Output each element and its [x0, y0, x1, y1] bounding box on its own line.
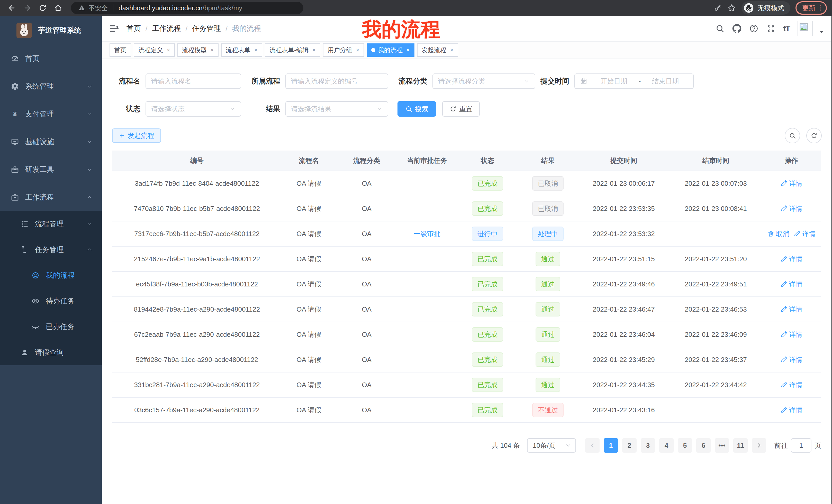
avatar-caret-icon[interactable] [818, 29, 825, 35]
parent-process-placeholder: 请输入流程定义的编号 [291, 77, 383, 86]
page-button-5[interactable]: 5 [678, 438, 692, 453]
fullscreen-button[interactable] [766, 24, 775, 33]
detail-link[interactable]: 详情 [780, 305, 802, 314]
submit-time-cell: 2022-01-22 23:43:16 [577, 406, 670, 414]
create-process-button[interactable]: 发起流程 [112, 129, 161, 143]
page-button-4[interactable]: 4 [659, 438, 674, 453]
browser-reload-button[interactable] [36, 1, 49, 15]
tab-home[interactable]: 首页 [109, 44, 131, 57]
detail-link[interactable]: 详情 [780, 355, 802, 364]
submit-time-label: 提交时间 [541, 76, 569, 86]
status-badge: 已完成 [472, 252, 503, 266]
breadcrumb-item[interactable]: 首页 [127, 24, 141, 33]
tab-my-process[interactable]: 我的流程× [367, 44, 414, 57]
sidebar-item-workflow[interactable]: 工作流程 [0, 184, 102, 211]
refresh-table-button[interactable] [806, 128, 822, 143]
sidebar-item-system[interactable]: 系统管理 [0, 73, 102, 100]
browser-update-button[interactable]: 更新 [796, 1, 827, 15]
process-name-placeholder: 请输入流程名 [151, 77, 235, 86]
end-time-cell: 2022-01-22 23:46:53 [670, 305, 761, 313]
password-key-icon[interactable] [714, 4, 722, 12]
url-text: dashboard.yudao.iocoder.cn/bpm/task/my [119, 4, 242, 12]
sidebar-item-task-mgmt[interactable]: 任务管理 [0, 237, 102, 262]
toggle-search-button[interactable] [785, 128, 800, 143]
sidebar-item-home[interactable]: 首页 [0, 45, 102, 73]
close-icon[interactable]: × [450, 47, 453, 54]
browser-home-button[interactable] [51, 1, 65, 15]
sidebar-item-label: 支付管理 [25, 109, 54, 119]
detail-link[interactable]: 详情 [780, 255, 802, 263]
category-select[interactable]: 请选择流程分类 [433, 74, 535, 89]
sidebar-item-todo-tasks[interactable]: 待办任务 [0, 288, 102, 314]
tab-process-form[interactable]: 流程表单× [221, 44, 262, 57]
page-button-6[interactable]: 6 [696, 438, 711, 453]
page-button-11[interactable]: 11 [733, 438, 748, 453]
sidebar-item-payment[interactable]: ¥支付管理 [0, 100, 102, 128]
current-task-link[interactable]: 一级审批 [414, 229, 440, 239]
help-button[interactable] [749, 24, 758, 33]
detail-link[interactable]: 详情 [794, 229, 815, 239]
sidebar-item-my-process[interactable]: 我的流程 [0, 262, 102, 288]
result-select[interactable]: 请选择流结果 [285, 101, 388, 117]
avatar[interactable] [798, 21, 813, 36]
detail-link[interactable]: 详情 [780, 330, 802, 339]
detail-link[interactable]: 详情 [780, 204, 802, 213]
id-cell: 819442e8-7b9a-11ec-a290-acde48001122 [112, 305, 282, 313]
cancel-link[interactable]: 取消 [767, 229, 789, 239]
process-name-input[interactable]: 请输入流程名 [146, 74, 241, 89]
chevron-down-icon [376, 106, 383, 112]
detail-link[interactable]: 详情 [780, 280, 802, 289]
app-logo-row[interactable]: 芋道管理系统 [0, 16, 102, 45]
edit-icon [780, 281, 787, 288]
sidebar: 芋道管理系统 首页系统管理¥支付管理基础设施研发工具工作流程流程管理任务管理我的… [0, 16, 102, 504]
sidebar-item-process-mgmt[interactable]: 流程管理 [0, 211, 102, 237]
github-button[interactable] [732, 24, 742, 33]
sidebar-item-infra[interactable]: 基础设施 [0, 128, 102, 156]
tab-process-model[interactable]: 流程模型× [177, 44, 218, 57]
reset-button[interactable]: 重置 [442, 101, 480, 117]
page-button-1[interactable]: 1 [604, 438, 618, 453]
detail-link[interactable]: 详情 [780, 405, 802, 415]
close-icon[interactable]: × [312, 47, 316, 54]
sidebar-item-leave-query[interactable]: 请假查询 [0, 340, 102, 365]
sidebar-item-devtools[interactable]: 研发工具 [0, 156, 102, 184]
close-icon[interactable]: × [356, 47, 359, 54]
browser-forward-button[interactable] [21, 1, 34, 15]
page-button-2[interactable]: 2 [622, 438, 636, 453]
submit-time-range[interactable]: 开始日期 - 结束日期 [574, 74, 694, 89]
page-button-3[interactable]: 3 [641, 438, 655, 453]
close-icon[interactable]: × [406, 47, 410, 54]
detail-link[interactable]: 详情 [780, 179, 802, 188]
tab-start-process[interactable]: 发起流程× [417, 44, 458, 57]
current-task-cell: 一级审批 [397, 229, 457, 239]
tab-process-form-edit[interactable]: 流程表单-编辑× [265, 44, 320, 57]
ssl-warning-icon[interactable] [78, 4, 85, 11]
hamburger-icon[interactable] [109, 23, 119, 34]
prev-page-button[interactable] [585, 438, 600, 453]
tab-user-group[interactable]: 用户分组× [323, 44, 364, 57]
goto-page-input[interactable] [791, 438, 811, 453]
font-size-button[interactable]: tT [783, 24, 790, 33]
breadcrumb-item[interactable]: 工作流程 [152, 24, 181, 33]
chevron-down-icon [523, 78, 530, 84]
sidebar-item-done-tasks[interactable]: 已办任务 [0, 314, 102, 340]
tab-process-definition[interactable]: 流程定义× [134, 44, 175, 57]
parent-process-input[interactable]: 请输入流程定义的编号 [285, 74, 388, 89]
url-bar[interactable]: 不安全 dashboard.yudao.iocoder.cn/bpm/task/… [71, 2, 303, 14]
breadcrumb-item[interactable]: 任务管理 [192, 24, 221, 33]
breadcrumb-separator: / [146, 24, 148, 33]
browser-back-button[interactable] [5, 1, 19, 15]
close-icon[interactable]: × [254, 47, 258, 54]
result-cell: 通过 [518, 377, 577, 392]
browser-menu-dots-icon[interactable] [816, 4, 824, 11]
status-select[interactable]: 请选择状态 [146, 101, 241, 117]
submit-time-cell: 2022-01-22 23:46:04 [577, 331, 670, 339]
detail-link[interactable]: 详情 [780, 381, 802, 389]
next-page-button[interactable] [752, 438, 766, 453]
bookmark-star-icon[interactable] [727, 3, 736, 12]
close-icon[interactable]: × [210, 47, 214, 54]
search-button[interactable]: 搜索 [397, 101, 436, 117]
header-search-button[interactable] [715, 24, 725, 33]
page-size-select[interactable]: 10条/页 [527, 438, 576, 453]
close-icon[interactable]: × [166, 47, 170, 54]
